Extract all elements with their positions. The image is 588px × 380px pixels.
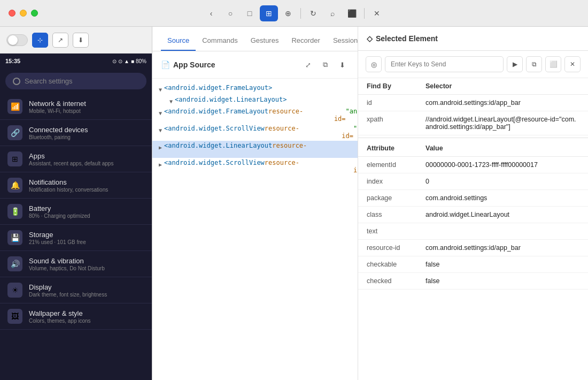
tree-row-scrollview-4[interactable]: ▶ <android.widget.ScrollView resource- i… — [152, 158, 358, 175]
arrow-button[interactable]: ↗ — [52, 33, 68, 48]
screenshot-button[interactable]: ⬛ — [343, 5, 361, 21]
settings-item-battery[interactable]: 🔋 Battery 80% · Charging optimized — [0, 199, 152, 225]
toggle-switch[interactable] — [6, 34, 28, 46]
minimize-button[interactable] — [20, 10, 27, 17]
download-source-button[interactable]: ⬇ — [335, 58, 349, 72]
package-key: package — [358, 190, 417, 207]
copy-keys-button[interactable]: ⧉ — [526, 56, 542, 72]
grid-button[interactable]: ⊞ — [260, 5, 278, 21]
checkable-val: false — [417, 256, 588, 273]
collapse-btn-4[interactable]: ▶ — [157, 143, 164, 151]
collapse-btn-0[interactable]: ▼ — [157, 86, 164, 93]
paste-keys-button[interactable]: ⬜ — [545, 56, 561, 72]
close-window-button[interactable]: ✕ — [368, 5, 386, 21]
collapse-btn-2[interactable]: ▼ — [157, 109, 164, 117]
resource-id-val: com.android.settings:id/app_bar — [417, 240, 588, 256]
search-icon — [13, 78, 20, 85]
globe-button[interactable]: ⊕ — [279, 5, 297, 21]
maximize-button[interactable] — [31, 10, 38, 17]
clear-keys-button[interactable]: ✕ — [564, 56, 581, 72]
tab-gestures[interactable]: Gestures — [244, 31, 285, 51]
status-icons: ⊙ ⊙ ▲ ■ 80% — [112, 58, 146, 64]
tab-recorder[interactable]: Recorder — [285, 31, 326, 51]
tree-row-framelayout-0[interactable]: ▼ <android.widget.FrameLayout> — [152, 83, 358, 95]
settings-item-display[interactable]: ☀ Display Dark theme, font size, brightn… — [0, 277, 152, 303]
network-subtitle: Mobile, Wi-Fi, hotspot — [29, 108, 86, 114]
checked-key: checked — [358, 273, 417, 290]
connected-title: Connected devices — [29, 126, 88, 134]
attributes-table: Attribute Value elementId 00000000-0001-… — [358, 140, 588, 290]
notifications-icon: 🔔 — [7, 178, 22, 193]
app-source-label: App Source — [173, 60, 215, 69]
app-source-title: 📄 App Source — [161, 60, 215, 69]
send-keys-button[interactable]: ▶ — [507, 56, 523, 72]
settings-item-connected[interactable]: 🔗 Connected devices Bluetooth, pairing — [0, 120, 152, 146]
elementid-val: 00000000-0001-1723-ffff-ffff00000017 — [417, 157, 588, 173]
file-icon: 📄 — [161, 60, 170, 69]
settings-item-wallpaper[interactable]: 🖼 Wallpaper & style Colors, themes, app … — [0, 303, 152, 330]
apps-title: Apps — [29, 152, 113, 160]
collapse-btn-3[interactable]: ▼ — [157, 126, 164, 134]
search-zoom-button[interactable]: ⌕ — [323, 5, 342, 21]
tab-commands[interactable]: Commands — [196, 31, 244, 51]
table-row: resource-id com.android.settings:id/app_… — [358, 240, 588, 256]
send-keys-input[interactable] — [385, 56, 504, 72]
sound-icon: 🔊 — [7, 256, 22, 271]
network-title: Network & internet — [29, 100, 86, 108]
settings-item-notifications[interactable]: 🔔 Notifications Notification history, co… — [0, 172, 152, 199]
settings-item-storage[interactable]: 💾 Storage 21% used · 101 GB free — [0, 225, 152, 251]
download-screenshot-button[interactable]: ⬇ — [73, 33, 89, 48]
collapse-btn-1[interactable]: ▼ — [167, 97, 175, 105]
collapse-btn-5[interactable]: ▶ — [157, 161, 164, 168]
cursor-mode-button[interactable]: ⊹ — [32, 33, 48, 48]
value-header: Value — [417, 140, 588, 157]
device-toolbar: ⊹ ↗ ⬇ — [0, 27, 152, 54]
tab-source[interactable]: Source — [161, 31, 196, 51]
class-key: class — [358, 207, 417, 223]
find-by-xpath-val: //android.widget.LinearLayout[@resource-… — [417, 111, 588, 135]
back-button[interactable]: ‹ — [202, 5, 220, 21]
refresh-button[interactable]: ↻ — [304, 5, 322, 21]
device-search-bar[interactable]: Search settings — [5, 73, 146, 89]
circle-button[interactable]: ○ — [221, 5, 239, 21]
find-by-table: Find By Selector id com.android.settings… — [358, 78, 588, 135]
selected-element-header: ◇ Selected Element — [358, 27, 588, 51]
close-button[interactable] — [9, 10, 16, 17]
diamond-icon: ◇ — [367, 34, 373, 43]
battery-subtitle: 80% · Charging optimized — [29, 213, 90, 219]
target-icon-button[interactable]: ◎ — [366, 56, 382, 72]
tree-row-scrollview-3[interactable]: ▼ <android.widget.ScrollView resource- i… — [152, 124, 358, 141]
battery-icon: 🔋 — [7, 204, 22, 219]
copy-button[interactable]: ⧉ — [318, 58, 332, 72]
connected-icon: 🔗 — [7, 125, 22, 140]
index-val: 0 — [417, 173, 588, 190]
find-by-xpath-key: xpath — [358, 111, 417, 135]
display-subtitle: Dark theme, font size, brightness — [29, 292, 107, 298]
notifications-title: Notifications — [29, 178, 108, 186]
sound-title: Sound & vibration — [29, 257, 105, 265]
table-row: index 0 — [358, 173, 588, 190]
connected-subtitle: Bluetooth, pairing — [29, 134, 88, 140]
section-divider — [358, 138, 588, 138]
search-bar-text: Search settings — [25, 77, 73, 85]
table-row: text — [358, 223, 588, 240]
settings-item-network[interactable]: 📶 Network & internet Mobile, Wi-Fi, hots… — [0, 94, 152, 120]
notifications-subtitle: Notification history, conversations — [29, 187, 108, 193]
tree-row-framelayout-2[interactable]: ▼ <android.widget.FrameLayout resource- … — [152, 107, 358, 124]
device-screen: 15:35 ⊙ ⊙ ▲ ■ 80% Search settings 📶 Netw… — [0, 54, 152, 380]
sound-subtitle: Volume, haptics, Do Not Disturb — [29, 265, 105, 271]
table-row: checked false — [358, 273, 588, 290]
battery-title: Battery — [29, 204, 90, 212]
tree-row-linearlayout-1[interactable]: ▼ <android.widget.LinearLayout> — [152, 95, 358, 107]
settings-item-sound[interactable]: 🔊 Sound & vibration Volume, haptics, Do … — [0, 251, 152, 277]
expand-button[interactable]: ⤢ — [301, 58, 315, 72]
table-row: xpath //android.widget.LinearLayout[@res… — [358, 111, 588, 135]
square-button[interactable]: □ — [241, 5, 259, 21]
index-key: index — [358, 173, 417, 190]
settings-item-apps[interactable]: ⊞ Apps Assistant, recent apps, default a… — [0, 146, 152, 172]
table-row: class android.widget.LinearLayout — [358, 207, 588, 223]
storage-subtitle: 21% used · 101 GB free — [29, 239, 86, 245]
network-icon: 📶 — [7, 99, 22, 114]
status-time: 15:35 — [5, 58, 20, 64]
tree-row-linearlayout-selected[interactable]: ▶ <android.widget.LinearLayout resource-… — [152, 141, 358, 158]
